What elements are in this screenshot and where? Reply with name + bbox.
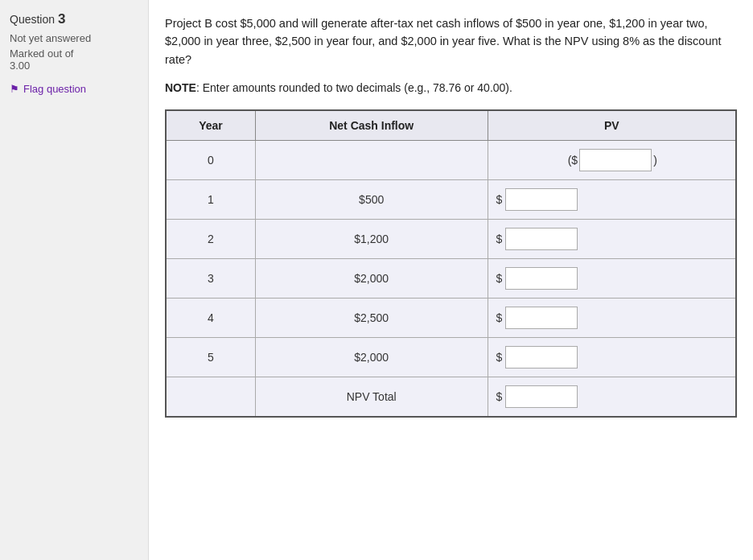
marked-value: 3.00 (10, 60, 30, 72)
year-4: 4 (166, 299, 255, 338)
marked-label: Marked out of (10, 47, 74, 60)
pv-input-wrapper-4: $ (496, 307, 730, 329)
npv-year-empty (166, 377, 255, 418)
question-label: Question 3 (10, 11, 138, 27)
table-row: 1 $500 $ (166, 180, 736, 220)
table-row: 3 $2,000 $ (166, 259, 736, 299)
col-cash-inflow: Net Cash Inflow (255, 110, 488, 141)
year-3: 3 (166, 259, 255, 299)
year-0: 0 (166, 141, 255, 180)
table-header-row: Year Net Cash Inflow PV (166, 110, 736, 141)
year-1: 1 (166, 180, 255, 220)
npv-total-row: NPV Total $ (166, 377, 736, 418)
pv-input-wrapper-2: $ (496, 228, 730, 250)
question-text-label: Question (10, 13, 55, 26)
pv-cell-3: $ (488, 259, 736, 299)
pv-input-1[interactable] (505, 188, 578, 211)
table-row: 0 ($ ) (166, 141, 736, 180)
col-year: Year (166, 110, 255, 141)
npv-label: NPV Total (255, 377, 488, 418)
pv-row0-wrapper: ($ ) (496, 149, 730, 171)
dollar-sign-4: $ (496, 311, 503, 324)
pv-cell-2: $ (488, 220, 736, 259)
marked-out: Marked out of 3.00 (10, 47, 138, 72)
cash-inflow-2: $1,200 (255, 220, 488, 259)
col-pv: PV (488, 110, 736, 141)
page-container: Question 3 Not yet answered Marked out o… (0, 0, 753, 560)
flag-label: Flag question (23, 83, 86, 95)
cash-inflow-1: $500 (255, 180, 488, 220)
dollar-sign-5: $ (496, 351, 503, 364)
pv-cell-0: ($ ) (488, 141, 736, 180)
dollar-sign-3: $ (496, 272, 503, 285)
not-yet-answered: Not yet answered (10, 32, 138, 44)
pv-input-4[interactable] (505, 307, 578, 329)
question-text: Project B cost $5,000 and will generate … (165, 14, 737, 68)
cash-inflow-4: $2,500 (255, 299, 488, 338)
note-text: NOTE: Enter amounts rounded to two decim… (165, 80, 737, 97)
pv-cell-1: $ (488, 180, 736, 220)
close-paren: ) (653, 154, 657, 167)
note-label: NOTE (165, 81, 196, 94)
pv-input-2[interactable] (505, 228, 578, 250)
npv-pv-cell: $ (488, 377, 736, 418)
question-number: 3 (58, 11, 65, 27)
year-5: 5 (166, 338, 255, 377)
sidebar: Question 3 Not yet answered Marked out o… (0, 0, 149, 560)
pv-input-wrapper-1: $ (496, 188, 730, 211)
flag-icon: ⚑ (10, 83, 19, 95)
cash-inflow-0 (255, 141, 488, 180)
pv-cell-4: $ (488, 299, 736, 338)
pv-input-wrapper-5: $ (496, 346, 730, 369)
cash-inflow-5: $2,000 (255, 338, 488, 377)
main-content: Project B cost $5,000 and will generate … (149, 0, 753, 560)
table-row: 2 $1,200 $ (166, 220, 736, 259)
year-2: 2 (166, 220, 255, 259)
pv-input-wrapper-3: $ (496, 267, 730, 290)
table-row: 4 $2,500 $ (166, 299, 736, 338)
pv-input-5[interactable] (505, 346, 578, 369)
dollar-sign-1: $ (496, 193, 503, 206)
pv-input-3[interactable] (505, 267, 578, 290)
note-body: : Enter amounts rounded to two decimals … (196, 81, 512, 94)
table-row: 5 $2,000 $ (166, 338, 736, 377)
pv-input-0[interactable] (579, 149, 652, 171)
npv-table: Year Net Cash Inflow PV 0 ($ ) (165, 109, 737, 418)
npv-input-wrapper: $ (496, 385, 730, 408)
cash-inflow-3: $2,000 (255, 259, 488, 299)
dollar-sign-2: $ (496, 233, 503, 245)
npv-total-input[interactable] (505, 385, 578, 408)
open-paren: ($ (568, 154, 578, 167)
pv-cell-5: $ (488, 338, 736, 377)
flag-question-button[interactable]: ⚑ Flag question (10, 83, 138, 95)
npv-dollar-sign: $ (496, 390, 503, 403)
